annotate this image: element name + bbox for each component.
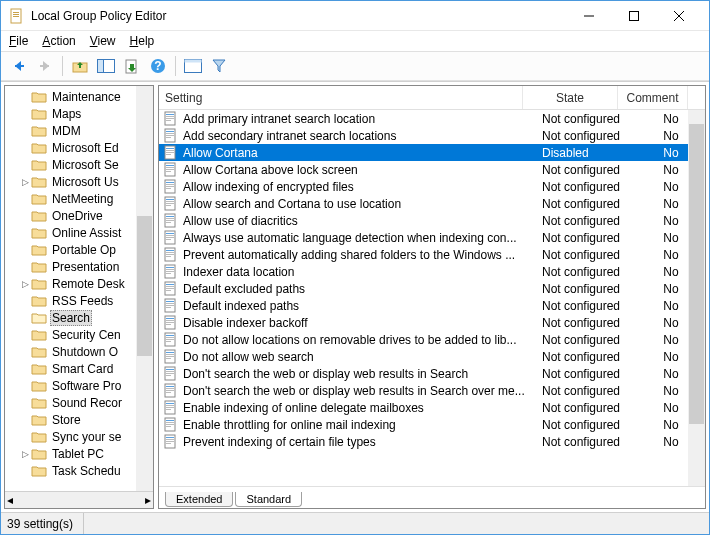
policy-row[interactable]: Disable indexer backoffNot configuredNo xyxy=(159,314,705,331)
help-button[interactable]: ? xyxy=(146,54,170,78)
svg-rect-17 xyxy=(185,60,202,63)
svg-rect-64 xyxy=(166,267,174,268)
show-hide-tree-button[interactable] xyxy=(94,54,118,78)
tree-item-label: Maintenance xyxy=(50,90,123,104)
policy-row[interactable]: Allow CortanaDisabledNo xyxy=(159,144,705,161)
column-setting[interactable]: Setting xyxy=(159,86,523,109)
tree-vertical-scrollbar[interactable] xyxy=(136,86,153,491)
column-comment[interactable]: Comment xyxy=(618,86,688,109)
tree-item[interactable]: Task Schedu xyxy=(5,462,153,479)
policy-state: Not configured xyxy=(542,180,637,194)
tree-item-label: Microsoft Ed xyxy=(50,141,121,155)
forward-button[interactable] xyxy=(33,54,57,78)
tree[interactable]: MaintenanceMapsMDMMicrosoft EdMicrosoft … xyxy=(5,86,153,491)
tree-item[interactable]: Online Assist xyxy=(5,224,153,241)
tree-item[interactable]: ▷Microsoft Us xyxy=(5,173,153,190)
tree-item[interactable]: Search xyxy=(5,309,153,326)
tree-horizontal-scrollbar[interactable]: ◂ ▸ xyxy=(5,491,153,508)
tree-item[interactable]: Sound Recor xyxy=(5,394,153,411)
export-list-button[interactable] xyxy=(120,54,144,78)
menu-view[interactable]: View xyxy=(90,34,116,48)
tree-item[interactable]: Shutdown O xyxy=(5,343,153,360)
tree-item[interactable]: Microsoft Ed xyxy=(5,139,153,156)
policy-row[interactable]: Default excluded pathsNot configuredNo xyxy=(159,280,705,297)
policy-row[interactable]: Allow Cortana above lock screenNot confi… xyxy=(159,161,705,178)
menubar: File Action View Help xyxy=(1,31,709,51)
tree-item[interactable]: NetMeeting xyxy=(5,190,153,207)
svg-rect-97 xyxy=(166,375,171,376)
tab-extended[interactable]: Extended xyxy=(165,492,233,507)
folder-icon xyxy=(31,226,47,240)
tab-standard[interactable]: Standard xyxy=(235,492,302,507)
tree-item[interactable]: Software Pro xyxy=(5,377,153,394)
tree-item[interactable]: Portable Op xyxy=(5,241,153,258)
policy-row[interactable]: Default indexed pathsNot configuredNo xyxy=(159,297,705,314)
policy-row[interactable]: Allow search and Cortana to use location… xyxy=(159,195,705,212)
svg-rect-80 xyxy=(166,320,174,321)
policy-row[interactable]: Enable indexing of online delegate mailb… xyxy=(159,399,705,416)
expander-icon[interactable]: ▷ xyxy=(19,279,31,289)
tree-item[interactable]: Presentation xyxy=(5,258,153,275)
menu-help[interactable]: Help xyxy=(130,34,155,48)
policy-row[interactable]: Prevent automatically adding shared fold… xyxy=(159,246,705,263)
close-button[interactable] xyxy=(656,1,701,31)
column-state[interactable]: State xyxy=(523,86,618,109)
policy-row[interactable]: Don't search the web or display web resu… xyxy=(159,382,705,399)
policy-row[interactable]: Do not allow locations on removable driv… xyxy=(159,331,705,348)
policy-row[interactable]: Do not allow web searchNot configuredNo xyxy=(159,348,705,365)
svg-rect-54 xyxy=(166,233,174,234)
list-body[interactable]: Add primary intranet search locationNot … xyxy=(159,110,705,486)
policy-setting: Enable indexing of online delegate mailb… xyxy=(183,401,542,415)
tree-item[interactable]: Maintenance xyxy=(5,88,153,105)
svg-rect-70 xyxy=(166,286,174,287)
policy-row[interactable]: Add secondary intranet search locationsN… xyxy=(159,127,705,144)
svg-rect-9 xyxy=(40,65,49,67)
policy-row[interactable]: Allow indexing of encrypted filesNot con… xyxy=(159,178,705,195)
policy-row[interactable]: Prevent indexing of certain file typesNo… xyxy=(159,433,705,450)
properties-button[interactable] xyxy=(181,54,205,78)
expander-icon[interactable]: ▷ xyxy=(19,177,31,187)
tree-item[interactable]: Microsoft Se xyxy=(5,156,153,173)
tree-item[interactable]: Store xyxy=(5,411,153,428)
policy-row[interactable]: Always use automatic language detection … xyxy=(159,229,705,246)
svg-rect-44 xyxy=(166,199,174,200)
folder-icon xyxy=(31,379,47,393)
tree-item[interactable]: ▷Tablet PC xyxy=(5,445,153,462)
policy-row[interactable]: Add primary intranet search locationNot … xyxy=(159,110,705,127)
tree-item[interactable]: RSS Feeds xyxy=(5,292,153,309)
folder-icon xyxy=(31,124,47,138)
tree-item-label: Microsoft Se xyxy=(50,158,121,172)
policy-row[interactable]: Indexer data locationNot configuredNo xyxy=(159,263,705,280)
expander-icon[interactable]: ▷ xyxy=(19,449,31,459)
scroll-right-icon[interactable]: ▸ xyxy=(145,493,151,507)
policy-icon xyxy=(163,332,179,348)
svg-rect-2 xyxy=(13,14,19,15)
folder-icon xyxy=(31,345,47,359)
scroll-left-icon[interactable]: ◂ xyxy=(7,493,13,507)
svg-rect-21 xyxy=(166,118,174,119)
tree-item[interactable]: Smart Card xyxy=(5,360,153,377)
tree-item[interactable]: Maps xyxy=(5,105,153,122)
maximize-button[interactable] xyxy=(611,1,656,31)
tree-item[interactable]: OneDrive xyxy=(5,207,153,224)
policy-row[interactable]: Don't search the web or display web resu… xyxy=(159,365,705,382)
policy-state: Not configured xyxy=(542,129,637,143)
tree-item[interactable]: ▷Remote Desk xyxy=(5,275,153,292)
policy-row[interactable]: Allow use of diacriticsNot configuredNo xyxy=(159,212,705,229)
list-vertical-scrollbar[interactable] xyxy=(688,110,705,486)
policy-row[interactable]: Enable throttling for online mail indexi… xyxy=(159,416,705,433)
svg-rect-106 xyxy=(166,407,174,408)
menu-file[interactable]: File xyxy=(9,34,28,48)
tree-item[interactable]: Security Cen xyxy=(5,326,153,343)
tree-item[interactable]: Sync your se xyxy=(5,428,153,445)
svg-rect-59 xyxy=(166,250,174,251)
filter-button[interactable] xyxy=(207,54,231,78)
policy-setting: Enable throttling for online mail indexi… xyxy=(183,418,542,432)
tree-item[interactable]: MDM xyxy=(5,122,153,139)
menu-action[interactable]: Action xyxy=(42,34,75,48)
minimize-button[interactable] xyxy=(566,1,611,31)
up-folder-button[interactable] xyxy=(68,54,92,78)
svg-rect-91 xyxy=(166,356,174,357)
back-button[interactable] xyxy=(7,54,31,78)
folder-icon xyxy=(31,311,47,325)
